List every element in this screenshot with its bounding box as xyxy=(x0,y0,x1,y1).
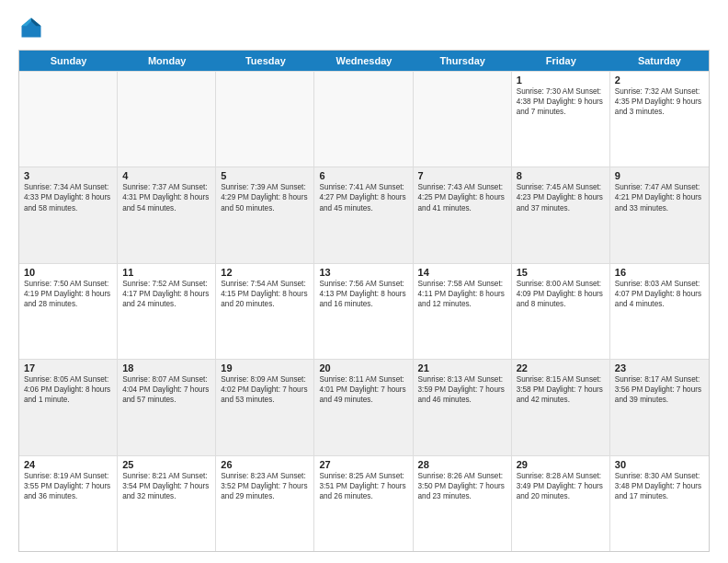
day-number: 5 xyxy=(221,170,309,181)
calendar-cell: 28Sunrise: 8:26 AM Sunset: 3:50 PM Dayli… xyxy=(414,456,512,551)
day-info: Sunrise: 7:41 AM Sunset: 4:27 PM Dayligh… xyxy=(319,182,407,213)
calendar-cell: 3Sunrise: 7:34 AM Sunset: 4:33 PM Daylig… xyxy=(19,167,118,262)
day-info: Sunrise: 8:19 AM Sunset: 3:55 PM Dayligh… xyxy=(24,471,112,501)
day-number: 3 xyxy=(24,170,112,181)
day-number: 10 xyxy=(24,267,112,278)
calendar-cell: 16Sunrise: 8:03 AM Sunset: 4:07 PM Dayli… xyxy=(610,264,709,359)
calendar-row-4: 24Sunrise: 8:19 AM Sunset: 3:55 PM Dayli… xyxy=(19,455,709,551)
calendar-cell: 6Sunrise: 7:41 AM Sunset: 4:27 PM Daylig… xyxy=(314,167,413,262)
day-number: 21 xyxy=(418,362,506,373)
header-day-sunday: Sunday xyxy=(19,51,118,71)
day-info: Sunrise: 7:45 AM Sunset: 4:23 PM Dayligh… xyxy=(517,182,605,213)
day-info: Sunrise: 7:32 AM Sunset: 4:35 PM Dayligh… xyxy=(615,86,704,117)
day-info: Sunrise: 7:52 AM Sunset: 4:17 PM Dayligh… xyxy=(122,279,210,309)
calendar-cell: 5Sunrise: 7:39 AM Sunset: 4:29 PM Daylig… xyxy=(216,167,314,262)
day-number: 24 xyxy=(24,459,112,470)
calendar-body: 1Sunrise: 7:30 AM Sunset: 4:38 PM Daylig… xyxy=(19,71,709,551)
day-info: Sunrise: 7:43 AM Sunset: 4:25 PM Dayligh… xyxy=(418,182,506,213)
calendar-cell: 30Sunrise: 8:30 AM Sunset: 3:48 PM Dayli… xyxy=(610,456,709,551)
day-number: 25 xyxy=(122,459,210,470)
calendar-cell: 19Sunrise: 8:09 AM Sunset: 4:02 PM Dayli… xyxy=(216,360,314,454)
day-info: Sunrise: 8:11 AM Sunset: 4:01 PM Dayligh… xyxy=(319,374,407,405)
day-number: 13 xyxy=(319,267,407,278)
day-info: Sunrise: 7:34 AM Sunset: 4:33 PM Dayligh… xyxy=(24,182,112,213)
day-number: 28 xyxy=(418,459,506,470)
header-day-saturday: Saturday xyxy=(610,51,709,71)
logo xyxy=(18,15,48,40)
header-day-tuesday: Tuesday xyxy=(216,51,314,71)
day-info: Sunrise: 8:09 AM Sunset: 4:02 PM Dayligh… xyxy=(221,374,309,405)
header-day-friday: Friday xyxy=(512,51,610,71)
calendar-cell: 20Sunrise: 8:11 AM Sunset: 4:01 PM Dayli… xyxy=(314,360,413,454)
day-number: 18 xyxy=(122,362,210,373)
day-info: Sunrise: 8:03 AM Sunset: 4:07 PM Dayligh… xyxy=(615,279,704,309)
calendar-cell: 27Sunrise: 8:25 AM Sunset: 3:51 PM Dayli… xyxy=(314,456,413,551)
day-info: Sunrise: 8:07 AM Sunset: 4:04 PM Dayligh… xyxy=(122,374,210,405)
day-info: Sunrise: 8:23 AM Sunset: 3:52 PM Dayligh… xyxy=(221,471,309,501)
calendar-cell: 11Sunrise: 7:52 AM Sunset: 4:17 PM Dayli… xyxy=(118,264,216,359)
day-info: Sunrise: 8:05 AM Sunset: 4:06 PM Dayligh… xyxy=(24,374,112,405)
calendar-cell: 23Sunrise: 8:17 AM Sunset: 3:56 PM Dayli… xyxy=(610,360,709,454)
day-number: 26 xyxy=(221,459,309,470)
header xyxy=(18,15,710,40)
day-number: 12 xyxy=(221,267,309,278)
calendar-cell: 18Sunrise: 8:07 AM Sunset: 4:04 PM Dayli… xyxy=(118,360,216,454)
calendar-cell: 7Sunrise: 7:43 AM Sunset: 4:25 PM Daylig… xyxy=(414,167,512,262)
day-info: Sunrise: 7:37 AM Sunset: 4:31 PM Dayligh… xyxy=(122,182,210,213)
day-number: 2 xyxy=(615,75,704,86)
calendar-cell xyxy=(19,72,118,167)
day-number: 23 xyxy=(615,362,704,373)
logo-icon xyxy=(18,15,44,40)
header-day-monday: Monday xyxy=(118,51,216,71)
calendar-cell: 8Sunrise: 7:45 AM Sunset: 4:23 PM Daylig… xyxy=(512,167,610,262)
day-info: Sunrise: 8:15 AM Sunset: 3:58 PM Dayligh… xyxy=(517,374,605,405)
calendar-cell: 9Sunrise: 7:47 AM Sunset: 4:21 PM Daylig… xyxy=(610,167,709,262)
day-info: Sunrise: 8:30 AM Sunset: 3:48 PM Dayligh… xyxy=(615,471,704,501)
calendar-cell: 29Sunrise: 8:28 AM Sunset: 3:49 PM Dayli… xyxy=(512,456,610,551)
day-number: 14 xyxy=(418,267,506,278)
day-number: 17 xyxy=(24,362,112,373)
day-number: 27 xyxy=(319,459,407,470)
calendar-cell: 25Sunrise: 8:21 AM Sunset: 3:54 PM Dayli… xyxy=(118,456,216,551)
day-info: Sunrise: 8:21 AM Sunset: 3:54 PM Dayligh… xyxy=(122,471,210,501)
calendar-row-0: 1Sunrise: 7:30 AM Sunset: 4:38 PM Daylig… xyxy=(19,71,709,167)
day-number: 4 xyxy=(122,170,210,181)
calendar-row-1: 3Sunrise: 7:34 AM Sunset: 4:33 PM Daylig… xyxy=(19,167,709,262)
day-info: Sunrise: 7:54 AM Sunset: 4:15 PM Dayligh… xyxy=(221,279,309,309)
calendar-cell: 1Sunrise: 7:30 AM Sunset: 4:38 PM Daylig… xyxy=(512,72,610,167)
day-number: 30 xyxy=(615,459,704,470)
calendar-cell: 13Sunrise: 7:56 AM Sunset: 4:13 PM Dayli… xyxy=(314,264,413,359)
calendar-cell xyxy=(414,72,512,167)
calendar-cell: 10Sunrise: 7:50 AM Sunset: 4:19 PM Dayli… xyxy=(19,264,118,359)
calendar-cell xyxy=(314,72,413,167)
calendar: SundayMondayTuesdayWednesdayThursdayFrid… xyxy=(18,50,710,552)
calendar-cell: 24Sunrise: 8:19 AM Sunset: 3:55 PM Dayli… xyxy=(19,456,118,551)
day-number: 6 xyxy=(319,170,407,181)
calendar-row-3: 17Sunrise: 8:05 AM Sunset: 4:06 PM Dayli… xyxy=(19,359,709,454)
calendar-cell: 15Sunrise: 8:00 AM Sunset: 4:09 PM Dayli… xyxy=(512,264,610,359)
header-day-thursday: Thursday xyxy=(414,51,512,71)
day-info: Sunrise: 8:17 AM Sunset: 3:56 PM Dayligh… xyxy=(615,374,704,405)
day-number: 22 xyxy=(517,362,605,373)
calendar-cell: 17Sunrise: 8:05 AM Sunset: 4:06 PM Dayli… xyxy=(19,360,118,454)
calendar-cell: 21Sunrise: 8:13 AM Sunset: 3:59 PM Dayli… xyxy=(414,360,512,454)
day-info: Sunrise: 7:58 AM Sunset: 4:11 PM Dayligh… xyxy=(418,279,506,309)
day-info: Sunrise: 8:26 AM Sunset: 3:50 PM Dayligh… xyxy=(418,471,506,501)
day-info: Sunrise: 7:50 AM Sunset: 4:19 PM Dayligh… xyxy=(24,279,112,309)
calendar-row-2: 10Sunrise: 7:50 AM Sunset: 4:19 PM Dayli… xyxy=(19,263,709,359)
day-number: 7 xyxy=(418,170,506,181)
day-number: 19 xyxy=(221,362,309,373)
day-info: Sunrise: 8:13 AM Sunset: 3:59 PM Dayligh… xyxy=(418,374,506,405)
day-number: 1 xyxy=(517,75,605,86)
calendar-cell: 14Sunrise: 7:58 AM Sunset: 4:11 PM Dayli… xyxy=(414,264,512,359)
day-info: Sunrise: 8:00 AM Sunset: 4:09 PM Dayligh… xyxy=(517,279,605,309)
calendar-cell: 22Sunrise: 8:15 AM Sunset: 3:58 PM Dayli… xyxy=(512,360,610,454)
day-info: Sunrise: 7:30 AM Sunset: 4:38 PM Dayligh… xyxy=(517,86,605,117)
day-number: 9 xyxy=(615,170,704,181)
day-number: 8 xyxy=(517,170,605,181)
day-info: Sunrise: 7:56 AM Sunset: 4:13 PM Dayligh… xyxy=(319,279,407,309)
calendar-cell: 4Sunrise: 7:37 AM Sunset: 4:31 PM Daylig… xyxy=(118,167,216,262)
calendar-cell xyxy=(216,72,314,167)
calendar-header: SundayMondayTuesdayWednesdayThursdayFrid… xyxy=(19,51,709,71)
calendar-cell xyxy=(118,72,216,167)
